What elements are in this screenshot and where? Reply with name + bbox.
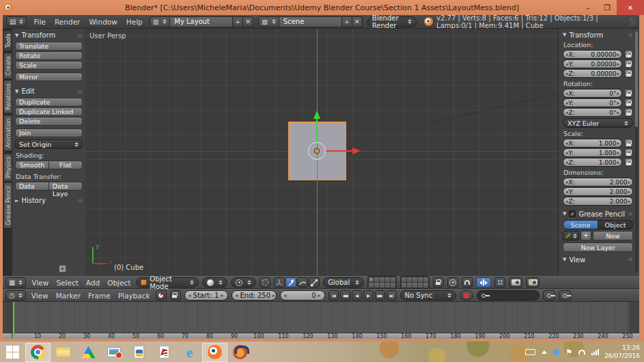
- taskbar-file-explorer[interactable]: [51, 343, 76, 362]
- tab-create[interactable]: Create: [3, 53, 12, 79]
- manipulator-red-arrow-icon[interactable]: [352, 148, 361, 154]
- location-field[interactable]: ◂X:0.00000▸: [563, 50, 622, 59]
- tab-relations[interactable]: Relations: [3, 80, 12, 113]
- lock-icon[interactable]: [624, 148, 633, 157]
- lock-icon[interactable]: [624, 98, 633, 107]
- timeline-track-area[interactable]: [3, 302, 639, 333]
- increment-arrow[interactable]: ▸: [617, 160, 619, 165]
- layer-toggle[interactable]: [412, 277, 417, 282]
- location-field[interactable]: ◂Y:0.00000▸: [563, 59, 622, 68]
- panel-header-history[interactable]: ►History≡: [15, 196, 83, 205]
- manipulator-green-arrow-icon[interactable]: [313, 111, 320, 119]
- lock-range-button[interactable]: [170, 290, 181, 301]
- layer-toggle[interactable]: [369, 277, 374, 282]
- editor-type-button[interactable]: ▦: [5, 277, 26, 288]
- rotation-field[interactable]: ◂X:0°▸: [563, 89, 622, 98]
- decrement-arrow[interactable]: ◂: [565, 110, 568, 115]
- menu-marker[interactable]: Marker: [54, 292, 83, 300]
- layer-toggle[interactable]: [402, 277, 406, 282]
- lock-icon[interactable]: [624, 89, 633, 98]
- jump-to-end-button[interactable]: ▶|: [387, 290, 397, 301]
- manipulator-red-axis[interactable]: [326, 150, 353, 152]
- translate-manipulator-button[interactable]: [285, 277, 296, 288]
- menu-frame[interactable]: Frame: [86, 292, 113, 300]
- decrement-arrow[interactable]: ◂: [565, 61, 568, 67]
- delete-keyframe-button[interactable]: ✕: [559, 290, 571, 301]
- maximize-button[interactable]: ❐: [598, 3, 617, 12]
- minimize-button[interactable]: –: [578, 3, 598, 12]
- layer-toggle[interactable]: [407, 277, 412, 282]
- start-button[interactable]: [0, 343, 25, 362]
- decrement-arrow[interactable]: ◂: [565, 141, 568, 146]
- increment-arrow[interactable]: ▸: [617, 91, 619, 96]
- axes-widget-button[interactable]: [274, 277, 285, 288]
- scene-name-field[interactable]: Scene: [279, 16, 342, 27]
- lock-icon[interactable]: [624, 108, 633, 117]
- grease-pencil-checkbox[interactable]: ✓: [569, 210, 576, 217]
- increment-arrow[interactable]: ▸: [617, 110, 619, 115]
- play-button[interactable]: ▶: [363, 290, 374, 301]
- render-opengl-anim-button[interactable]: [526, 277, 540, 288]
- menu-playback[interactable]: Playback: [116, 292, 152, 300]
- decrement-arrow[interactable]: ◂: [565, 52, 568, 57]
- snap-toggle-button[interactable]: [462, 277, 473, 288]
- layer-toggle[interactable]: [374, 277, 379, 282]
- gp-object-tab[interactable]: Object: [598, 220, 633, 229]
- layer-toggle[interactable]: [412, 283, 417, 288]
- taskbar-chrome[interactable]: [25, 343, 51, 362]
- increment-arrow[interactable]: ▸: [617, 52, 619, 57]
- next-keyframe-button[interactable]: ▶▶: [375, 290, 385, 301]
- play-reverse-button[interactable]: ◀: [352, 290, 362, 301]
- layout-name-field[interactable]: My Layout: [170, 16, 233, 27]
- current-frame-playhead[interactable]: [13, 302, 14, 339]
- preview-range-button[interactable]: [156, 290, 167, 301]
- audio-device-icon[interactable]: [578, 350, 585, 354]
- scale-field[interactable]: ◂Z:1.000▸: [563, 158, 622, 167]
- lock-icon[interactable]: [624, 50, 633, 59]
- increment-arrow[interactable]: ▸: [617, 150, 619, 156]
- touch-keyboard-icon[interactable]: [525, 349, 535, 355]
- proportional-edit-button[interactable]: [447, 277, 458, 288]
- layer-toggle[interactable]: [418, 283, 423, 288]
- location-field[interactable]: ◂Z:0.00000▸: [563, 69, 622, 78]
- duplicate-linked-button[interactable]: Duplicate Linked: [15, 107, 83, 116]
- menu-object[interactable]: Object: [105, 279, 132, 287]
- duplicate-button[interactable]: Duplicate: [15, 98, 83, 107]
- menu-add[interactable]: Add: [84, 279, 102, 287]
- tab-physics[interactable]: Physics: [3, 153, 12, 181]
- gp-new-layer-button[interactable]: New Layer: [563, 242, 633, 252]
- decrement-arrow[interactable]: ◂: [284, 292, 287, 298]
- layer-toggle[interactable]: [369, 283, 374, 288]
- increment-arrow[interactable]: ▸: [617, 141, 619, 146]
- rotate-button[interactable]: Rotate: [15, 51, 83, 60]
- taskbar-blender[interactable]: [202, 343, 227, 362]
- join-button[interactable]: Join: [15, 128, 83, 137]
- lock-to-scene-button[interactable]: [433, 277, 444, 288]
- layer-toggle[interactable]: [407, 283, 412, 288]
- scene-browse-button[interactable]: ▧: [258, 16, 279, 27]
- layer-toggle[interactable]: [391, 283, 395, 288]
- data-button[interactable]: Data: [15, 182, 49, 191]
- increment-arrow[interactable]: ▸: [318, 292, 321, 298]
- network-signal-icon[interactable]: [591, 349, 599, 355]
- rotation-field[interactable]: ◂Y:0°▸: [563, 98, 622, 107]
- increment-arrow[interactable]: ▸: [617, 71, 619, 76]
- panel-header-view[interactable]: ▼View≡: [563, 255, 633, 264]
- set-origin-dropdown[interactable]: Set Origin: [15, 139, 83, 149]
- layer-toggle[interactable]: [423, 283, 428, 288]
- decrement-arrow[interactable]: ◂: [565, 199, 568, 204]
- smooth-button[interactable]: Smooth: [15, 161, 49, 169]
- scale-field[interactable]: ◂X:1.000▸: [563, 139, 622, 148]
- scale-field[interactable]: ◂Y:1.000▸: [563, 148, 622, 157]
- translate-button[interactable]: Translate: [15, 42, 83, 51]
- layer-toggle[interactable]: [418, 277, 423, 282]
- layout-browse-button[interactable]: ▥: [150, 16, 171, 27]
- lock-icon[interactable]: [624, 59, 633, 68]
- panel-header-grease-pencil[interactable]: ▼✓Grease Pencil≡: [563, 210, 633, 218]
- start-frame-field[interactable]: ◂Start:1▸: [184, 290, 228, 301]
- timeline-ruler[interactable]: 0102030405060708090100110120130140150160…: [3, 333, 639, 339]
- action-center-flag-icon[interactable]: ⚑: [565, 348, 572, 356]
- layer-toggle[interactable]: [402, 283, 406, 288]
- keying-set-field[interactable]: [477, 290, 540, 301]
- taskbar-access[interactable]: A: [152, 343, 177, 362]
